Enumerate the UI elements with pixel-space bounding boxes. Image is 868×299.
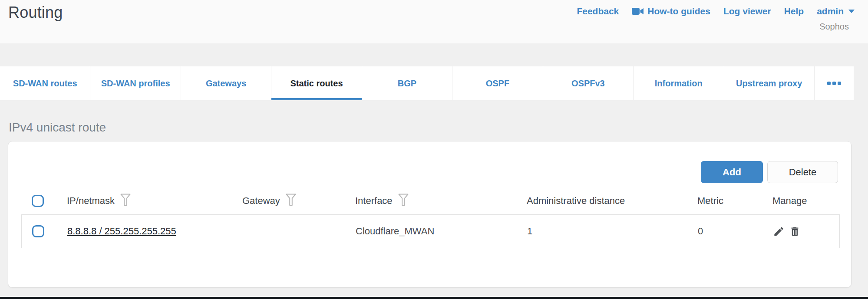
select-all-cell — [21, 195, 67, 207]
col-label: Manage — [772, 195, 807, 207]
top-nav: Feedback How-to guides Log viewer Help a… — [577, 6, 855, 16]
row-checkbox[interactable] — [32, 225, 44, 237]
ip-netmask-link[interactable]: 8.8.8.8 / 255.255.255.255 — [67, 226, 176, 237]
col-label: Metric — [697, 195, 723, 207]
col-header-admin-distance: Administrative distance — [527, 195, 697, 207]
ellipsis-dot — [838, 82, 841, 85]
feedback-link[interactable]: Feedback — [577, 6, 619, 16]
col-header-ip-netmask: IP/netmask — [67, 194, 242, 209]
delete-trash-icon[interactable] — [789, 226, 801, 237]
table-header: IP/netmask Gateway Interface — [21, 188, 840, 214]
tab-upstream-proxy[interactable]: Upstream proxy — [724, 66, 815, 100]
help-link[interactable]: Help — [784, 6, 804, 16]
col-label: IP/netmask — [67, 195, 115, 207]
tab-sdwan-routes[interactable]: SD-WAN routes — [0, 66, 90, 100]
col-label: Interface — [355, 195, 393, 207]
bottom-edge-bar — [0, 297, 868, 299]
howto-guides-label: How-to guides — [647, 6, 710, 16]
table-toolbar: Add Delete — [701, 161, 838, 183]
metric-cell: 0 — [698, 226, 773, 237]
tab-bar: SD-WAN routes SD-WAN profiles Gateways S… — [0, 66, 854, 100]
select-all-checkbox[interactable] — [32, 195, 44, 207]
filter-funnel-icon[interactable] — [120, 194, 131, 209]
manage-cell — [773, 226, 840, 237]
delete-button[interactable]: Delete — [767, 161, 838, 183]
tab-information[interactable]: Information — [634, 66, 724, 100]
tab-overflow-ellipsis-icon[interactable] — [815, 66, 854, 100]
edit-pencil-icon[interactable] — [773, 226, 785, 237]
video-camera-icon — [632, 7, 644, 15]
col-header-manage: Manage — [772, 195, 840, 207]
tab-ospfv3[interactable]: OSPFv3 — [543, 66, 634, 100]
row-select-cell — [22, 225, 67, 237]
howto-guides-link[interactable]: How-to guides — [632, 6, 710, 16]
admin-distance-cell: 1 — [527, 226, 698, 237]
page-header: Routing Feedback How-to guides Log viewe… — [0, 0, 868, 43]
interface-cell: Cloudflare_MWAN — [356, 226, 527, 237]
table-row: 8.8.8.8 / 255.255.255.255 Cloudflare_MWA… — [21, 214, 840, 248]
ellipsis-dot — [827, 82, 831, 85]
filter-funnel-icon[interactable] — [398, 194, 409, 209]
ip-netmask-cell: 8.8.8.8 / 255.255.255.255 — [67, 226, 243, 237]
tab-bgp[interactable]: BGP — [362, 66, 452, 100]
col-header-gateway: Gateway — [242, 194, 355, 209]
chevron-down-icon — [848, 10, 855, 13]
ellipsis-dot — [832, 82, 836, 85]
log-viewer-link[interactable]: Log viewer — [723, 6, 771, 16]
static-routes-card: Add Delete IP/netmask Gateway Interface — [8, 141, 851, 288]
col-header-interface: Interface — [355, 194, 527, 209]
brand-label: Sophos — [819, 22, 849, 32]
col-label: Administrative distance — [527, 195, 625, 207]
admin-menu[interactable]: admin — [817, 6, 855, 16]
col-header-metric: Metric — [697, 195, 772, 207]
admin-menu-label: admin — [817, 6, 844, 16]
tab-gateways[interactable]: Gateways — [181, 66, 271, 100]
col-label: Gateway — [242, 195, 280, 207]
add-button[interactable]: Add — [701, 161, 763, 183]
tab-ospf[interactable]: OSPF — [452, 66, 543, 100]
tab-sdwan-profiles[interactable]: SD-WAN profiles — [90, 66, 181, 100]
page-title: Routing — [8, 3, 63, 22]
tab-static-routes[interactable]: Static routes — [271, 66, 362, 100]
section-title: IPv4 unicast route — [9, 121, 106, 135]
filter-funnel-icon[interactable] — [286, 194, 296, 209]
